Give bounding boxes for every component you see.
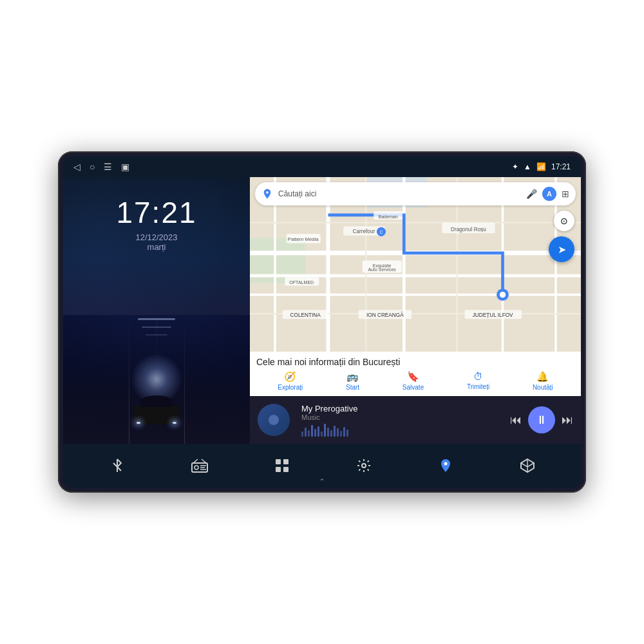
- tab-noutăți[interactable]: 🔔 Noutăți: [533, 371, 553, 391]
- next-button[interactable]: ⏭: [562, 413, 573, 427]
- tab-trimiteți-label: Trimiteți: [467, 383, 489, 390]
- svg-text:Carrefour: Carrefour: [352, 229, 375, 234]
- play-pause-button[interactable]: ⏸: [528, 406, 555, 433]
- album-art: [258, 404, 290, 436]
- svg-rect-46: [283, 459, 289, 464]
- tab-trimiteți[interactable]: ⏱ Trimiteți: [467, 371, 489, 391]
- svg-text:JUDEȚUL ILFOV: JUDEȚUL ILFOV: [473, 312, 513, 318]
- music-subtitle: Music: [301, 413, 504, 421]
- menu-icon[interactable]: ☰: [104, 162, 112, 172]
- status-icons: ✦ ▲ 📶 17:21: [512, 162, 571, 171]
- wifi-status-icon: ▲: [524, 162, 531, 171]
- chevron-up-icon: ⌃: [319, 477, 325, 486]
- svg-rect-45: [276, 459, 281, 464]
- microphone-icon[interactable]: 🎤: [526, 189, 537, 199]
- wave-bar: [321, 431, 323, 437]
- nav-radio[interactable]: [191, 458, 208, 473]
- music-info-area: My Prerogative Music: [296, 404, 504, 437]
- tab-salvate-label: Salvate: [402, 384, 424, 391]
- wave-bar: [334, 426, 336, 437]
- wave-bar: [327, 428, 329, 437]
- wave-bar: [317, 426, 319, 437]
- map-info-bar: Cele mai noi informații din București 🧭 …: [250, 352, 581, 396]
- car-image-area: [63, 315, 250, 444]
- wave-bar: [324, 424, 326, 437]
- prev-button[interactable]: ⏮: [510, 413, 522, 427]
- share-icon: ⏱: [473, 371, 483, 382]
- settings-nav-icon: [356, 458, 372, 473]
- svg-text:C: C: [379, 230, 383, 234]
- tab-explorați-label: Explorați: [278, 384, 303, 391]
- headlight-right: [173, 422, 176, 424]
- nav-bluetooth[interactable]: [109, 458, 125, 473]
- bottom-nav: ⌃: [63, 444, 581, 488]
- svg-text:ION CREANGĂ: ION CREANGĂ: [366, 312, 404, 318]
- svg-point-37: [500, 292, 506, 298]
- music-player: My Prerogative Music: [250, 396, 581, 444]
- wave-bar: [308, 430, 310, 437]
- wave-bar: [337, 428, 339, 437]
- nav-maps[interactable]: [438, 458, 453, 473]
- navigate-button[interactable]: ➤: [549, 236, 574, 262]
- right-panel: Dragonul Roșu Carrefour COLENTINA ION CR…: [250, 177, 581, 444]
- svg-point-49: [362, 464, 366, 468]
- clock-time: 17:21: [116, 195, 196, 230]
- directions-icon: 🚌: [346, 371, 359, 383]
- svg-text:Pattern Media: Pattern Media: [288, 236, 319, 242]
- maps-nav-icon: [438, 458, 453, 473]
- svg-point-41: [194, 466, 198, 469]
- wave-bar: [311, 425, 313, 437]
- svg-rect-48: [283, 467, 289, 472]
- svg-text:Auto Services: Auto Services: [368, 267, 396, 272]
- grid-icon[interactable]: ⊞: [562, 189, 569, 199]
- svg-text:COLENTINA: COLENTINA: [290, 312, 321, 318]
- map-search-bar[interactable]: Căutați aici 🎤 A ⊞: [255, 182, 576, 205]
- nav-cube[interactable]: [520, 458, 535, 473]
- wave-bar: [346, 430, 348, 437]
- car-headlights: [134, 422, 179, 424]
- radio-nav-icon: [191, 458, 208, 473]
- svg-text:Bademan: Bademan: [378, 214, 397, 219]
- tab-explorați[interactable]: 🧭 Explorați: [278, 371, 303, 391]
- tab-start-label: Start: [346, 384, 359, 391]
- album-art-inner: [269, 415, 279, 425]
- music-title: My Prerogative: [301, 404, 504, 413]
- search-placeholder: Căutați aici: [278, 189, 521, 198]
- clock-area: 17:21 12/12/2023 marți: [116, 195, 196, 252]
- tab-noutăți-label: Noutăți: [533, 384, 553, 391]
- target-icon: ⊙: [560, 216, 568, 226]
- map-tabs: 🧭 Explorați 🚌 Start 🔖 Salvate ⏱: [256, 371, 574, 391]
- svg-point-50: [444, 462, 447, 466]
- nav-buttons: ◁ ○ ☰ ▣: [73, 162, 129, 172]
- bluetooth-nav-icon: [109, 458, 125, 473]
- nav-settings[interactable]: [356, 458, 372, 473]
- svg-rect-47: [276, 467, 281, 472]
- map-container[interactable]: Dragonul Roșu Carrefour COLENTINA ION CR…: [250, 177, 581, 352]
- tab-start[interactable]: 🚌 Start: [346, 371, 359, 391]
- compass-icon: ➤: [558, 243, 566, 256]
- waveform: [301, 424, 504, 437]
- clock-date: 12/12/2023: [116, 232, 196, 242]
- home-icon[interactable]: ○: [90, 162, 95, 172]
- location-button[interactable]: ⊙: [554, 211, 574, 231]
- tab-salvate[interactable]: 🔖 Salvate: [402, 371, 424, 391]
- clock-status: 17:21: [551, 162, 571, 171]
- wave-bar: [340, 431, 342, 437]
- clock-day: marți: [116, 242, 196, 252]
- wave-bar: [301, 431, 303, 437]
- screenshot-icon[interactable]: ▣: [121, 162, 129, 172]
- user-avatar[interactable]: A: [542, 187, 556, 201]
- screen: ◁ ○ ☰ ▣ ✦ ▲ 📶 17:21 17:21 12/12/2023 mar…: [63, 156, 581, 488]
- wave-bar: [314, 429, 316, 437]
- wave-bar: [305, 428, 307, 437]
- wave-bar: [343, 427, 345, 437]
- main-content: 17:21 12/12/2023 marți: [63, 177, 581, 444]
- saved-icon: 🔖: [407, 371, 419, 383]
- back-icon[interactable]: ◁: [73, 162, 80, 172]
- explore-icon: 🧭: [284, 371, 296, 383]
- apps-nav-icon: [274, 458, 290, 473]
- cube-nav-icon: [520, 458, 535, 473]
- nav-apps[interactable]: [274, 458, 290, 473]
- device-frame: ◁ ○ ☰ ▣ ✦ ▲ 📶 17:21 17:21 12/12/2023 mar…: [58, 151, 586, 493]
- map-info-title: Cele mai noi informații din București: [256, 357, 574, 367]
